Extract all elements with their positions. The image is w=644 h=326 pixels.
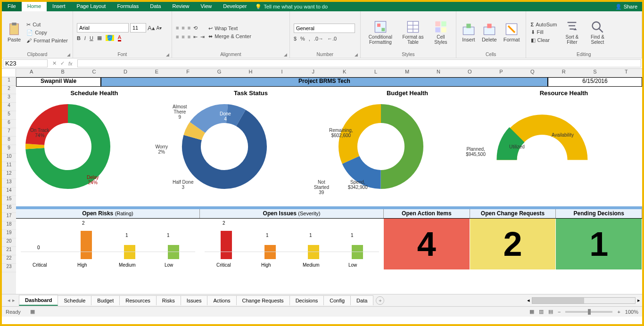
col-header[interactable]: G [204,69,235,77]
name-box[interactable] [3,59,48,67]
scroll-left-icon[interactable]: ◂ [527,297,530,303]
sheet-tab-budget[interactable]: Budget [91,295,120,305]
share-button[interactable]: 👤 Share [611,2,642,11]
col-header[interactable]: L [360,69,391,77]
cell-styles-button[interactable]: Cell Styles [429,13,452,51]
view-page-break-icon[interactable]: ▤ [548,309,553,315]
sort-filter-button[interactable]: Sort & Filter [561,13,583,51]
row-header[interactable]: 6 [2,120,16,128]
format-button[interactable]: Format [502,13,522,51]
sheet-tab-config[interactable]: Config [323,295,351,305]
row-header[interactable]: 8 [2,137,16,145]
tab-nav-last-icon[interactable]: ▸ [12,297,15,303]
col-header[interactable]: J [298,69,329,77]
align-left-icon[interactable]: ≡ [176,34,179,40]
tell-me[interactable]: 💡 Tell me what you want to do [255,2,328,11]
fill-color-button[interactable]: 🪣 [106,35,114,41]
menu-developer[interactable]: Developer [217,2,252,11]
dialog-launcher-icon[interactable]: ◢ [355,52,359,57]
dialog-launcher-icon[interactable]: ◢ [284,52,289,57]
underline-button[interactable]: U [90,35,93,41]
cancel-icon[interactable]: ✕ [52,60,57,66]
horizontal-scrollbar[interactable] [532,297,636,304]
col-header[interactable]: R [548,69,579,77]
sheet-tab-dashboard[interactable]: Dashboard [19,295,58,306]
clear-button[interactable]: ◧Clear [530,37,558,44]
number-format-select[interactable] [294,24,355,33]
delete-button[interactable]: Delete [480,13,499,51]
view-normal-icon[interactable]: ▦ [529,309,534,315]
col-header[interactable]: K [329,69,360,77]
col-header[interactable]: D [110,69,141,77]
sheet-tab-actions[interactable]: Actions [207,295,236,305]
row-header[interactable]: 4 [2,103,16,111]
row-header[interactable]: 23 [2,264,16,272]
col-header[interactable]: F [173,69,204,77]
col-header[interactable]: E [141,69,173,77]
decrease-font-icon[interactable]: A▾ [157,25,162,31]
autosum-button[interactable]: ΣAutoSum [530,21,558,28]
sheet-tab-risks[interactable]: Risks [156,295,181,305]
align-middle-icon[interactable]: ≡ [182,25,184,31]
dialog-launcher-icon[interactable]: ◢ [166,52,171,57]
col-header[interactable]: O [454,69,486,77]
view-page-layout-icon[interactable]: ▥ [539,309,544,315]
row-header[interactable]: 18 [2,221,16,230]
cut-button[interactable]: ✂Cut [25,21,69,28]
col-header[interactable]: Q [517,69,548,77]
col-header[interactable]: M [392,69,423,77]
wrap-text-button[interactable]: ↩Wrap Text [207,25,252,32]
menu-page-layout[interactable]: Page Layout [71,2,112,11]
conditional-formatting-button[interactable]: Conditional Formatting [364,13,396,51]
formula-input[interactable] [77,59,641,67]
zoom-out-icon[interactable]: − [558,309,561,315]
row-header[interactable]: 11 [2,162,16,171]
sheet-tab-resources[interactable]: Resources [119,295,157,305]
menu-formulas[interactable]: Formulas [111,2,144,11]
decrease-indent-icon[interactable]: ⇤ [193,34,198,40]
new-sheet-button[interactable]: + [376,296,384,305]
sheet-tab-schedule[interactable]: Schedule [58,295,91,305]
menu-review[interactable]: Review [166,2,195,11]
enter-icon[interactable]: ✓ [60,60,65,66]
col-header[interactable]: I [266,69,297,77]
menu-file[interactable]: File [2,2,22,11]
align-bottom-icon[interactable]: ≡ [188,25,190,31]
row-header[interactable]: 1 [2,77,16,86]
format-painter-button[interactable]: 🖌Format Painter [25,37,69,44]
row-header[interactable]: 9 [2,145,16,154]
row-header[interactable]: 16 [2,204,16,213]
row-header[interactable]: 20 [2,238,16,247]
row-header[interactable]: 5 [2,111,16,120]
sheet-tab-data[interactable]: Data [350,295,373,305]
row-header[interactable]: 14 [2,187,16,196]
col-header[interactable]: A [16,69,47,77]
col-header[interactable]: C [79,69,110,77]
menu-insert[interactable]: Insert [47,2,71,11]
col-header[interactable]: B [47,69,78,77]
sheet-tab-issues[interactable]: Issues [181,295,208,305]
col-header[interactable]: N [423,69,454,77]
row-header[interactable]: 21 [2,247,16,255]
row-header[interactable]: 22 [2,255,16,264]
row-header[interactable]: 17 [2,213,16,221]
insert-button[interactable]: Insert [460,13,477,51]
paste-button[interactable]: Paste [6,13,23,51]
sheet-tab-decisions[interactable]: Decisions [289,295,324,305]
macro-record-icon[interactable]: ▦ [30,309,35,315]
font-size-select[interactable] [130,23,146,33]
scroll-right-icon[interactable]: ▸ [637,297,640,303]
increase-decimal-icon[interactable]: .0→ [314,36,323,41]
fx-icon[interactable]: fx [68,61,73,66]
sheet-grid[interactable]: Swapnil Wale Project BRMS Tech 6/15/2016… [16,77,642,294]
decrease-decimal-icon[interactable]: ←.0 [327,36,337,41]
align-right-icon[interactable]: ≡ [188,34,190,40]
col-header[interactable]: T [611,69,642,77]
percent-icon[interactable]: % [300,36,305,41]
row-header[interactable]: 12 [2,171,16,179]
align-top-icon[interactable]: ≡ [176,25,179,31]
currency-icon[interactable]: $ [294,36,297,41]
merge-center-button[interactable]: ⬌Merge & Center [207,33,252,40]
find-select-button[interactable]: Find & Select [586,13,609,51]
row-header[interactable]: 10 [2,154,16,162]
